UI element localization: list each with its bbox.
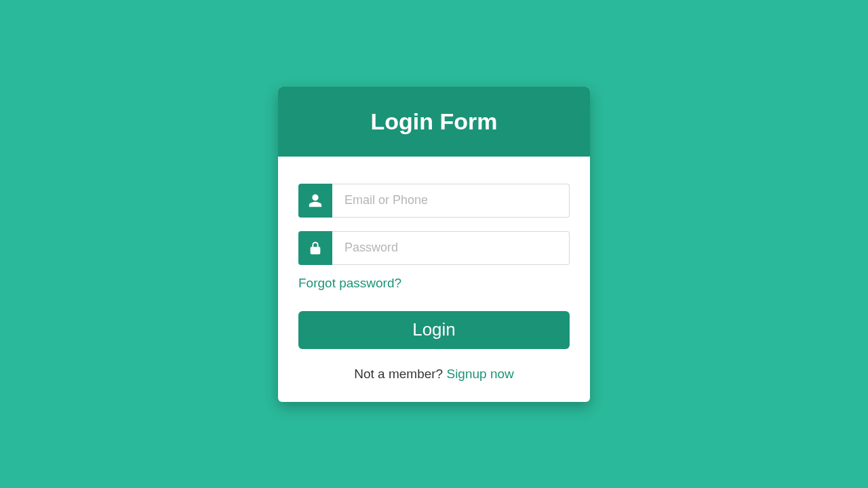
login-card: Login Form Forgot password? Login Not a … xyxy=(278,87,590,402)
forgot-password-link[interactable]: Forgot password? xyxy=(298,276,570,291)
lock-icon xyxy=(298,231,332,265)
password-input[interactable] xyxy=(332,231,570,265)
email-input[interactable] xyxy=(332,184,570,218)
card-header: Login Form xyxy=(278,87,590,157)
signup-prefix: Not a member? xyxy=(354,367,446,381)
email-group xyxy=(298,184,570,218)
page-title: Login Form xyxy=(278,108,590,135)
password-group xyxy=(298,231,570,265)
signup-link[interactable]: Signup now xyxy=(446,367,513,381)
user-icon xyxy=(298,184,332,218)
signup-prompt: Not a member? Signup now xyxy=(298,367,570,382)
login-button[interactable]: Login xyxy=(298,311,570,349)
card-body: Forgot password? Login Not a member? Sig… xyxy=(278,157,590,402)
